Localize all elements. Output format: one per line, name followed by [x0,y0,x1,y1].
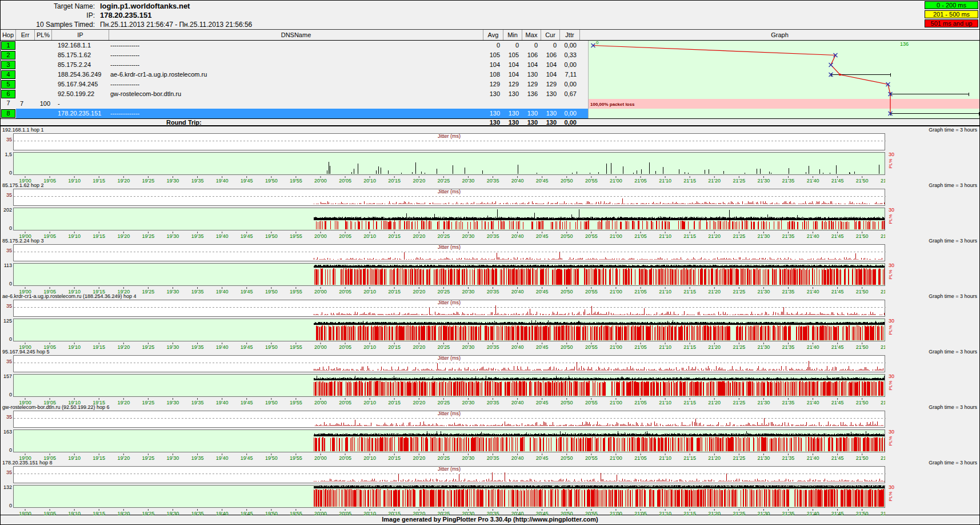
y-axis-zero-label: 0 [1,225,12,231]
graph-time-label: Graph time = 3 hours [929,349,977,355]
cell-cur: 106 [541,50,560,60]
cell-pl [35,89,52,99]
scale-max-label: 136 [900,41,909,47]
cell-ip: - [52,99,109,109]
time-axis: 19'0019'0519'1019'1519'2019'2519'3019'35… [13,509,885,516]
cell-err [16,50,35,60]
round-trip-cur: 130 [541,119,560,126]
cell-hop: 3 [1,60,16,70]
graph-time-label: Graph time = 3 hours [929,127,977,133]
cell-min: 129 [503,79,522,89]
cell-jttr: 0,00 [560,79,580,89]
cell-err: 7 [16,99,35,109]
section-title: 85.175.1.62 hop 2 [2,182,44,188]
hop-number: 5 [1,80,15,89]
target-ip-line: IP: 178.20.235.151 [1,11,979,20]
y-axis-max-label: 125 [1,318,12,324]
section-header: ae-6.krdr-cr1-a.ug.ip.rostelecom.ru (188… [1,293,979,300]
hop-number: 1 [1,41,15,50]
time-tick-label: 21'50 [856,511,869,516]
packet-loss-text: 100,00% packet loss [590,102,635,107]
time-tick-label: 21'30 [758,511,770,516]
cell-err [16,41,35,50]
section-title: ae-6.krdr-cr1-a.ug.ip.rostelecom.ru (188… [2,293,137,299]
packet-loss-axis-max: 30 [889,429,894,435]
cell-min: 105 [503,50,522,60]
timeline-section-2: 85.175.1.62 hop 2Graph time = 3 hoursJit… [1,182,979,237]
jitter-title: Jitter (ms) [14,355,885,361]
trace-table: Hop Err PL% IP DNSName Avg Min Max Cur J… [1,30,979,126]
cell-pl [35,50,52,60]
time-tick-label: 21'10 [659,511,671,516]
hop-number: 8 [1,109,15,118]
time-tick-label: 20'55 [585,511,598,516]
hop-number: 3 [1,61,15,69]
jitter-max-label: 35 [3,137,12,142]
cell-avg: 130 [483,109,503,118]
legend-item-good: 0 - 200 ms [925,1,978,9]
top-graph-svg: 100,00% packet loss1360 [589,41,980,118]
round-trip-min: 130 [503,119,522,126]
cell-max: 130 [522,70,541,79]
time-tick-label: 21'40 [807,511,819,516]
time-tick-label: 21'55 [881,511,885,516]
jitter-max-label: 35 [3,359,12,364]
cell-cur: 130 [541,109,560,118]
top-graph-pane: 100,00% packet loss1360 [580,41,980,118]
timeline-section-4: ae-6.krdr-cr1-a.ug.ip.rostelecom.ru (188… [1,293,979,348]
target-ip-value: 178.20.235.151 [95,11,151,20]
jitter-title: Jitter (ms) [14,300,885,305]
jitter-strip: Jitter (ms)35 [13,189,885,206]
samples-label: 10 Samples Timed: [1,20,95,29]
section-title: 95.167.94.245 hop 5 [2,349,50,355]
cell-hop: 4 [1,70,16,79]
cell-max: 0 [522,41,541,50]
cell-avg: 108 [483,70,503,79]
y-axis-max-label: 113 [1,262,12,268]
packet-loss-axis-label: PL% [888,269,893,280]
time-tick-label: 21'05 [634,511,647,516]
cell-jttr: 0,00 [560,60,580,70]
y-axis-max-label: 202 [1,207,12,213]
y-axis-zero-label: 0 [1,447,12,453]
section-plot-body: Jitter (ms)35202030PL%19'0019'0519'1019'… [13,189,885,241]
time-tick-label: 19'30 [167,511,179,516]
latency-plot-svg [14,264,886,285]
col-header-jttr: Jttr [560,30,580,40]
latency-plot: 1,5030PL% [13,152,885,175]
time-tick-label: 19'15 [93,511,105,516]
time-tick-label: 21'15 [683,511,696,516]
jitter-strip: Jitter (ms)35 [13,355,885,372]
time-tick-label: 20'10 [363,511,376,516]
cell-max: 129 [522,79,541,89]
time-tick-label: 20'40 [511,511,524,516]
cell-min: 0 [503,41,522,50]
cell-ip: 95.167.94.245 [52,79,109,89]
cell-cur: 0 [541,41,560,50]
time-tick-label: 19'00 [19,511,31,516]
jitter-strip: Jitter (ms)35 [13,244,885,261]
packet-loss-axis-label: PL% [888,491,893,502]
time-tick-label: 21'45 [831,511,844,516]
hop-number: 6 [1,90,15,98]
latency-plot: 113030PL% [13,263,885,286]
timeline-section-1: 192.168.1.1 hop 1Graph time = 3 hoursJit… [1,126,979,182]
cell-cur: 104 [541,60,560,70]
cell-pl [35,41,52,50]
cell-dns: -------------- [109,50,483,60]
target-ip-label: IP: [1,11,95,20]
cell-err [16,60,35,70]
time-tick-label: 19'40 [216,511,229,516]
latency-plot-svg [14,319,886,341]
time-tick-label: 21'20 [708,511,721,516]
scale-zero-label: 0 [596,41,599,45]
section-header: 85.175.2.24 hop 3Graph time = 3 hours [1,237,979,244]
cell-pl [35,109,52,118]
section-header: 85.175.1.62 hop 2Graph time = 3 hours [1,182,979,189]
latency-legend: 0 - 200 ms 201 - 500 ms 501 ms and up [925,1,978,29]
section-plot-body: Jitter (ms)351,5030PL%19'0019'0519'1019'… [13,133,885,185]
jitter-strip: Jitter (ms)35 [13,411,885,428]
col-header-hop: Hop [1,30,16,40]
latency-plot-svg [14,375,886,396]
packet-loss-axis-max: 30 [889,207,894,213]
